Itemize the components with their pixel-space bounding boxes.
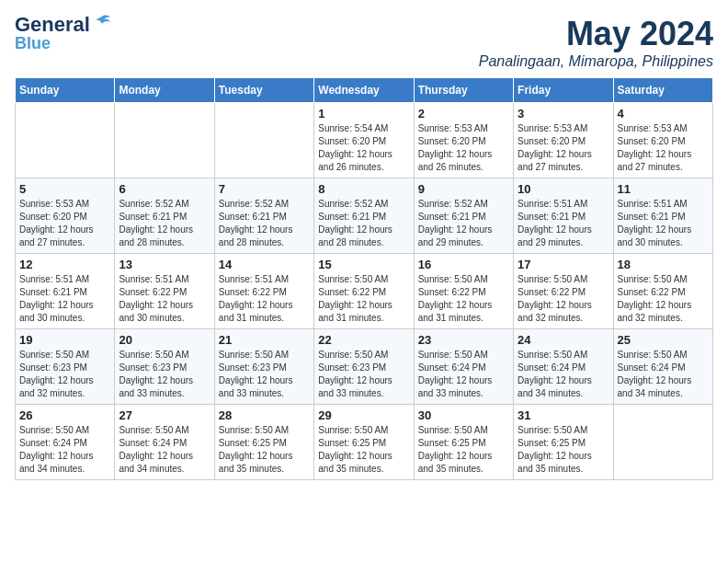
day-number: 30 — [418, 408, 509, 422]
table-row: 31Sunrise: 5:50 AM Sunset: 6:25 PM Dayli… — [514, 405, 613, 480]
day-number: 14 — [219, 258, 310, 271]
day-info: Sunrise: 5:51 AM Sunset: 6:21 PM Dayligh… — [618, 198, 709, 249]
day-info: Sunrise: 5:53 AM Sunset: 6:20 PM Dayligh… — [618, 122, 709, 174]
title-block: May 2024 Panalingaan, Mimaropa, Philippi… — [479, 15, 713, 70]
day-number: 8 — [318, 182, 409, 196]
day-info: Sunrise: 5:52 AM Sunset: 6:21 PM Dayligh… — [318, 198, 409, 249]
day-number: 12 — [19, 258, 110, 271]
table-row: 10Sunrise: 5:51 AM Sunset: 6:21 PM Dayli… — [514, 178, 613, 254]
day-number: 17 — [518, 258, 609, 271]
table-row: 16Sunrise: 5:50 AM Sunset: 6:22 PM Dayli… — [414, 254, 513, 329]
header-monday: Monday — [115, 78, 214, 103]
table-row — [16, 103, 115, 178]
day-info: Sunrise: 5:54 AM Sunset: 6:20 PM Dayligh… — [318, 122, 409, 174]
month-year-title: May 2024 — [479, 15, 713, 53]
table-row: 1Sunrise: 5:54 AM Sunset: 6:20 PM Daylig… — [314, 103, 414, 178]
calendar-week-row: 19Sunrise: 5:50 AM Sunset: 6:23 PM Dayli… — [16, 329, 713, 405]
day-info: Sunrise: 5:52 AM Sunset: 6:21 PM Dayligh… — [119, 198, 210, 249]
logo-blue-text: Blue — [15, 35, 51, 52]
table-row: 22Sunrise: 5:50 AM Sunset: 6:23 PM Dayli… — [314, 329, 414, 405]
day-number: 19 — [19, 333, 110, 347]
day-info: Sunrise: 5:50 AM Sunset: 6:24 PM Dayligh… — [618, 349, 709, 400]
day-info: Sunrise: 5:50 AM Sunset: 6:24 PM Dayligh… — [19, 424, 110, 476]
table-row: 26Sunrise: 5:50 AM Sunset: 6:24 PM Dayli… — [16, 405, 115, 480]
table-row: 5Sunrise: 5:53 AM Sunset: 6:20 PM Daylig… — [16, 178, 115, 254]
table-row: 21Sunrise: 5:50 AM Sunset: 6:23 PM Dayli… — [214, 329, 313, 405]
table-row: 19Sunrise: 5:50 AM Sunset: 6:23 PM Dayli… — [16, 329, 115, 405]
location-subtitle: Panalingaan, Mimaropa, Philippines — [479, 53, 713, 70]
calendar-week-row: 26Sunrise: 5:50 AM Sunset: 6:24 PM Dayli… — [16, 405, 713, 480]
day-number: 29 — [318, 408, 409, 422]
header-wednesday: Wednesday — [314, 78, 414, 103]
table-row: 18Sunrise: 5:50 AM Sunset: 6:22 PM Dayli… — [613, 254, 712, 329]
day-number: 31 — [518, 408, 609, 422]
day-info: Sunrise: 5:50 AM Sunset: 6:22 PM Dayligh… — [518, 273, 609, 325]
table-row: 28Sunrise: 5:50 AM Sunset: 6:25 PM Dayli… — [214, 405, 313, 480]
day-info: Sunrise: 5:50 AM Sunset: 6:25 PM Dayligh… — [418, 424, 509, 476]
day-number: 6 — [119, 182, 210, 196]
day-number: 22 — [318, 333, 409, 347]
table-row: 15Sunrise: 5:50 AM Sunset: 6:22 PM Dayli… — [314, 254, 414, 329]
day-info: Sunrise: 5:53 AM Sunset: 6:20 PM Dayligh… — [19, 198, 110, 249]
table-row: 2Sunrise: 5:53 AM Sunset: 6:20 PM Daylig… — [414, 103, 513, 178]
table-row — [115, 103, 214, 178]
day-info: Sunrise: 5:51 AM Sunset: 6:21 PM Dayligh… — [518, 198, 609, 249]
table-row: 30Sunrise: 5:50 AM Sunset: 6:25 PM Dayli… — [414, 405, 513, 480]
table-row: 17Sunrise: 5:50 AM Sunset: 6:22 PM Dayli… — [514, 254, 613, 329]
day-number: 21 — [219, 333, 310, 347]
table-row: 3Sunrise: 5:53 AM Sunset: 6:20 PM Daylig… — [514, 103, 613, 178]
calendar-week-row: 1Sunrise: 5:54 AM Sunset: 6:20 PM Daylig… — [16, 103, 713, 178]
logo: General Blue — [15, 15, 112, 52]
day-number: 3 — [518, 107, 609, 121]
table-row — [214, 103, 313, 178]
header-friday: Friday — [514, 78, 613, 103]
day-number: 24 — [518, 333, 609, 347]
table-row: 25Sunrise: 5:50 AM Sunset: 6:24 PM Dayli… — [613, 329, 712, 405]
header-saturday: Saturday — [613, 78, 712, 103]
day-info: Sunrise: 5:50 AM Sunset: 6:24 PM Dayligh… — [518, 349, 609, 400]
header-sunday: Sunday — [16, 78, 115, 103]
day-number: 16 — [418, 258, 509, 271]
table-row: 24Sunrise: 5:50 AM Sunset: 6:24 PM Dayli… — [514, 329, 613, 405]
table-row: 29Sunrise: 5:50 AM Sunset: 6:25 PM Dayli… — [314, 405, 414, 480]
day-number: 23 — [418, 333, 509, 347]
table-row: 9Sunrise: 5:52 AM Sunset: 6:21 PM Daylig… — [414, 178, 513, 254]
table-row: 8Sunrise: 5:52 AM Sunset: 6:21 PM Daylig… — [314, 178, 414, 254]
day-info: Sunrise: 5:52 AM Sunset: 6:21 PM Dayligh… — [418, 198, 509, 249]
day-info: Sunrise: 5:50 AM Sunset: 6:25 PM Dayligh… — [518, 424, 609, 476]
header-thursday: Thursday — [414, 78, 513, 103]
day-info: Sunrise: 5:50 AM Sunset: 6:23 PM Dayligh… — [119, 349, 210, 400]
day-info: Sunrise: 5:50 AM Sunset: 6:22 PM Dayligh… — [618, 273, 709, 325]
table-row: 20Sunrise: 5:50 AM Sunset: 6:23 PM Dayli… — [115, 329, 214, 405]
day-info: Sunrise: 5:53 AM Sunset: 6:20 PM Dayligh… — [418, 122, 509, 174]
day-number: 20 — [119, 333, 210, 347]
day-number: 18 — [618, 258, 709, 271]
table-row: 23Sunrise: 5:50 AM Sunset: 6:24 PM Dayli… — [414, 329, 513, 405]
day-info: Sunrise: 5:52 AM Sunset: 6:21 PM Dayligh… — [219, 198, 310, 249]
day-info: Sunrise: 5:53 AM Sunset: 6:20 PM Dayligh… — [518, 122, 609, 174]
page-header: General Blue May 2024 Panalingaan, Mimar… — [15, 15, 713, 70]
table-row: 27Sunrise: 5:50 AM Sunset: 6:24 PM Dayli… — [115, 405, 214, 480]
day-number: 13 — [119, 258, 210, 271]
table-row: 13Sunrise: 5:51 AM Sunset: 6:22 PM Dayli… — [115, 254, 214, 329]
table-row: 11Sunrise: 5:51 AM Sunset: 6:21 PM Dayli… — [613, 178, 712, 254]
day-number: 5 — [19, 182, 110, 196]
day-info: Sunrise: 5:50 AM Sunset: 6:25 PM Dayligh… — [318, 424, 409, 476]
logo-general: General — [15, 15, 90, 35]
day-info: Sunrise: 5:50 AM Sunset: 6:23 PM Dayligh… — [219, 349, 310, 400]
header-tuesday: Tuesday — [214, 78, 313, 103]
table-row — [613, 405, 712, 480]
day-number: 1 — [318, 107, 409, 121]
day-info: Sunrise: 5:50 AM Sunset: 6:25 PM Dayligh… — [219, 424, 310, 476]
table-row: 12Sunrise: 5:51 AM Sunset: 6:21 PM Dayli… — [16, 254, 115, 329]
day-info: Sunrise: 5:50 AM Sunset: 6:24 PM Dayligh… — [119, 424, 210, 476]
calendar-header-row: Sunday Monday Tuesday Wednesday Thursday… — [16, 78, 713, 103]
day-number: 26 — [19, 408, 110, 422]
table-row: 4Sunrise: 5:53 AM Sunset: 6:20 PM Daylig… — [613, 103, 712, 178]
calendar-week-row: 5Sunrise: 5:53 AM Sunset: 6:20 PM Daylig… — [16, 178, 713, 254]
calendar-week-row: 12Sunrise: 5:51 AM Sunset: 6:21 PM Dayli… — [16, 254, 713, 329]
day-number: 4 — [618, 107, 709, 121]
day-info: Sunrise: 5:50 AM Sunset: 6:22 PM Dayligh… — [418, 273, 509, 325]
day-number: 2 — [418, 107, 509, 121]
day-info: Sunrise: 5:50 AM Sunset: 6:23 PM Dayligh… — [318, 349, 409, 400]
